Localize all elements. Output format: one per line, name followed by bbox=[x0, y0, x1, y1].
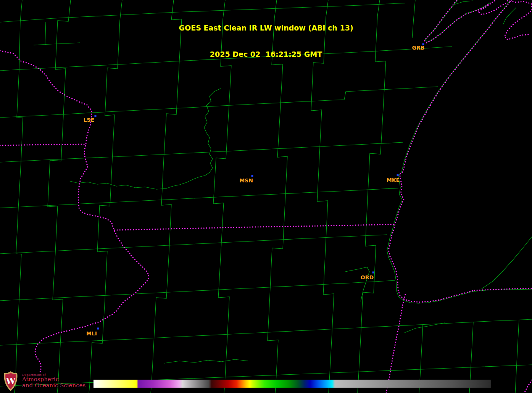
state-border-dotted-line bbox=[0, 144, 85, 145]
county-boundary-line bbox=[482, 237, 532, 289]
satellite-image-viewer: GRBLSEMSNMKEORDMLI GOES East Clean IR LW… bbox=[0, 0, 532, 393]
county-boundary-line bbox=[69, 181, 166, 189]
station-label-mli: MLI bbox=[86, 330, 97, 337]
title-line-1: GOES East Clean IR LW window (ABI ch 13) bbox=[0, 24, 532, 32]
image-title: GOES East Clean IR LW window (ABI ch 13)… bbox=[0, 6, 532, 76]
uw-crest-icon: W bbox=[3, 371, 18, 391]
county-boundary-line bbox=[515, 320, 519, 393]
uw-aos-logo: W Department of Atmospheric and Oceanic … bbox=[3, 371, 85, 391]
station-label-lse: LSE bbox=[84, 117, 95, 123]
county-boundary-line bbox=[0, 142, 403, 162]
county-boundary-line bbox=[0, 280, 395, 301]
station-dot-mke bbox=[397, 174, 399, 176]
station-dot-mli bbox=[97, 328, 99, 330]
state-border-dotted-line bbox=[0, 51, 149, 374]
county-boundary-line bbox=[0, 235, 387, 254]
station-label-mke: MKE bbox=[387, 177, 400, 183]
county-boundary-line bbox=[0, 87, 438, 118]
state-border-dotted-line bbox=[114, 224, 394, 230]
county-boundary-line bbox=[345, 267, 369, 301]
county-boundary-line bbox=[0, 319, 532, 345]
state-border-dotted-line bbox=[386, 295, 405, 393]
logo-name-line2: and Oceanic Sciences bbox=[22, 383, 85, 389]
station-dot-lse bbox=[95, 115, 97, 117]
color-scale-bar bbox=[94, 380, 491, 388]
station-label-msn: MSN bbox=[239, 177, 253, 184]
crest-letter: W bbox=[6, 376, 16, 386]
station-label-ord: ORD bbox=[361, 274, 374, 280]
title-line-2: 2025 Dec 02 16:21:25 GMT bbox=[0, 50, 532, 59]
county-boundary-line bbox=[164, 359, 248, 363]
state-border-dotted-line bbox=[524, 380, 532, 393]
county-boundary-line bbox=[0, 188, 398, 208]
station-dot-msn bbox=[251, 175, 253, 177]
logo-text: Department of Atmospheric and Oceanic Sc… bbox=[22, 371, 85, 389]
station-dot-ord bbox=[372, 272, 374, 274]
county-boundary-line bbox=[166, 89, 221, 188]
